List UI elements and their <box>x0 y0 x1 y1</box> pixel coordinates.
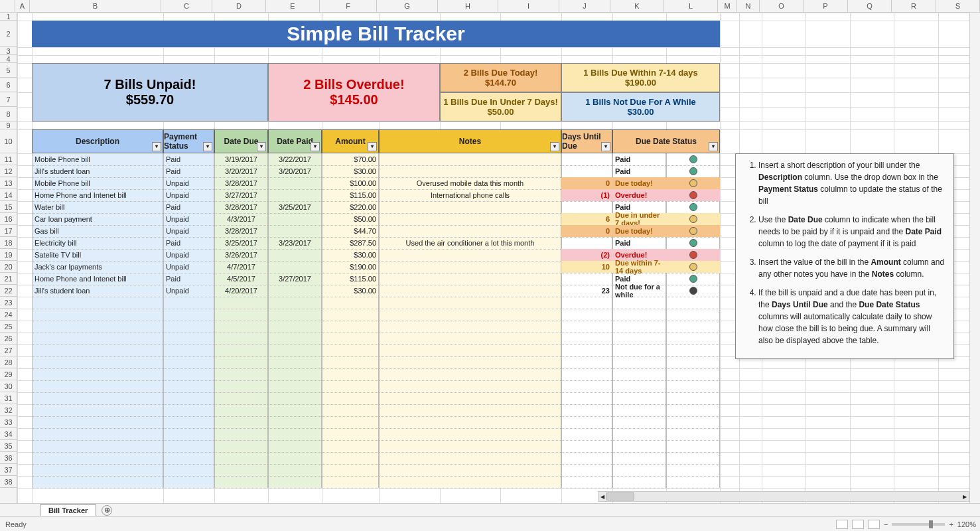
zoom-level[interactable]: 120% <box>957 520 976 528</box>
cell-days-until-due[interactable]: 10 <box>561 261 612 273</box>
horizontal-scrollbar[interactable]: ◀ ▶ <box>598 491 969 502</box>
cell-notes[interactable]: Overused mobile data this month <box>379 177 561 189</box>
cell-due-date-status[interactable]: Overdue! <box>612 189 666 201</box>
cell-date-due[interactable]: 3/26/2017 <box>214 249 268 261</box>
row-header-19[interactable]: 19 <box>0 249 17 261</box>
table-header-date_paid[interactable]: Date Paid▾ <box>268 129 322 153</box>
cell-notes[interactable] <box>379 285 561 297</box>
row-header-24[interactable]: 24 <box>0 309 17 321</box>
row-header-4[interactable]: 4 <box>0 55 17 63</box>
cell-amount[interactable]: $190.00 <box>322 261 379 273</box>
cell-amount[interactable]: $220.00 <box>322 201 379 213</box>
cell-notes[interactable]: International phone calls <box>379 189 561 201</box>
cell-date-due[interactable]: 4/7/2017 <box>214 261 268 273</box>
cell-payment-status[interactable]: Paid <box>163 201 214 213</box>
scroll-right-icon[interactable]: ▶ <box>961 492 969 501</box>
cell-notes[interactable] <box>379 273 561 285</box>
row-header-28[interactable]: 28 <box>0 356 17 368</box>
cell-notes[interactable] <box>379 153 561 165</box>
zoom-slider[interactable] <box>892 523 945 526</box>
table-header-description[interactable]: Description▾ <box>32 129 163 153</box>
row-header-29[interactable]: 29 <box>0 368 17 380</box>
table-header-date_due[interactable]: Date Due▾ <box>214 129 268 153</box>
table-header-amount[interactable]: Amount▾ <box>322 129 379 153</box>
cell-due-date-status[interactable]: Paid <box>612 237 666 249</box>
filter-button-description[interactable]: ▾ <box>152 142 161 151</box>
row-header-34[interactable]: 34 <box>0 428 17 440</box>
zoom-out-button[interactable]: − <box>884 520 888 528</box>
col-header-D[interactable]: D <box>212 0 266 12</box>
cell-date-paid[interactable] <box>268 225 322 237</box>
row-header-38[interactable]: 38 <box>0 476 17 488</box>
zoom-in-button[interactable]: + <box>949 520 953 528</box>
cell-date-paid[interactable] <box>268 285 322 297</box>
filter-button-date_paid[interactable]: ▾ <box>311 142 320 151</box>
cell-description[interactable]: Jack's car lpayments <box>32 261 163 273</box>
row-header-11[interactable]: 11 <box>0 153 17 165</box>
row-header-12[interactable]: 12 <box>0 165 17 177</box>
row-header-33[interactable]: 33 <box>0 416 17 428</box>
cell-days-until-due[interactable] <box>561 273 612 285</box>
cell-notes[interactable] <box>379 261 561 273</box>
cell-description[interactable]: Satelite TV bill <box>32 249 163 261</box>
row-header-32[interactable]: 32 <box>0 404 17 416</box>
cell-amount[interactable]: $100.00 <box>322 177 379 189</box>
col-header-L[interactable]: L <box>664 0 718 12</box>
col-header-K[interactable]: K <box>610 0 664 12</box>
cell-days-until-due[interactable]: (1) <box>561 189 612 201</box>
cell-days-until-due[interactable]: 0 <box>561 177 612 189</box>
cell-notes[interactable]: Used the air conditioner a lot this mont… <box>379 237 561 249</box>
cell-due-date-status[interactable]: Due today! <box>612 177 666 189</box>
row-header-30[interactable]: 30 <box>0 380 17 392</box>
cell-payment-status[interactable]: Paid <box>163 237 214 249</box>
row-header-2[interactable]: 2 <box>0 21 17 47</box>
table-header-notes[interactable]: Notes▾ <box>379 129 561 153</box>
cell-date-paid[interactable]: 3/27/2017 <box>268 273 322 285</box>
cell-date-due[interactable]: 3/19/2017 <box>214 153 268 165</box>
cell-due-date-status[interactable]: Due in under 7 days! <box>612 213 666 225</box>
table-header-due_date_status[interactable]: Due Date Status▾ <box>612 129 720 153</box>
cell-payment-status[interactable]: Paid <box>163 153 214 165</box>
cell-description[interactable]: Jill's student loan <box>32 165 163 177</box>
cell-description[interactable]: Home Phone and Intenet bill <box>32 189 163 201</box>
cell-date-paid[interactable]: 3/22/2017 <box>268 153 322 165</box>
row-header-1[interactable]: 1 <box>0 13 17 21</box>
filter-button-payment_status[interactable]: ▾ <box>203 142 212 151</box>
row-header-15[interactable]: 15 <box>0 201 17 213</box>
col-header-A[interactable]: A <box>15 0 30 12</box>
cell-description[interactable]: Home Phone and Intenet bill <box>32 273 163 285</box>
cell-notes[interactable] <box>379 249 561 261</box>
cell-date-paid[interactable]: 3/20/2017 <box>268 165 322 177</box>
cell-days-until-due[interactable]: (2) <box>561 249 612 261</box>
col-header-H[interactable]: H <box>438 0 498 12</box>
row-header-3[interactable]: 3 <box>0 47 17 55</box>
cell-amount[interactable]: $50.00 <box>322 213 379 225</box>
filter-button-date_due[interactable]: ▾ <box>257 142 266 151</box>
row-header-6[interactable]: 6 <box>0 78 17 92</box>
row-header-25[interactable]: 25 <box>0 321 17 333</box>
col-header-C[interactable]: C <box>161 0 212 12</box>
view-page-layout-button[interactable] <box>852 520 864 529</box>
col-header-B[interactable]: B <box>30 0 161 12</box>
cell-date-due[interactable]: 3/25/2017 <box>214 237 268 249</box>
row-header-23[interactable]: 23 <box>0 297 17 309</box>
row-header-21[interactable]: 21 <box>0 273 17 285</box>
cell-notes[interactable] <box>379 165 561 177</box>
row-header-26[interactable]: 26 <box>0 333 17 344</box>
cell-date-due[interactable]: 3/27/2017 <box>214 189 268 201</box>
row-header-22[interactable]: 22 <box>0 285 17 297</box>
select-all-corner[interactable] <box>0 0 15 12</box>
col-header-M[interactable]: M <box>718 0 737 12</box>
cell-due-date-status[interactable]: Not due for a while <box>612 285 666 297</box>
cell-payment-status[interactable]: Unpaid <box>163 249 214 261</box>
row-header-36[interactable]: 36 <box>0 452 17 464</box>
cell-date-paid[interactable] <box>268 261 322 273</box>
cell-due-date-status[interactable]: Due within 7-14 days <box>612 261 666 273</box>
spreadsheet-grid[interactable]: Simple Bill Tracker7 Bills Unpaid!$559.7… <box>17 13 980 503</box>
view-normal-button[interactable] <box>836 520 848 529</box>
row-header-27[interactable]: 27 <box>0 344 17 356</box>
cell-amount[interactable]: $30.00 <box>322 249 379 261</box>
cell-days-until-due[interactable]: 23 <box>561 285 612 297</box>
cell-description[interactable]: Jill's student loan <box>32 285 163 297</box>
cell-payment-status[interactable]: Paid <box>163 273 214 285</box>
